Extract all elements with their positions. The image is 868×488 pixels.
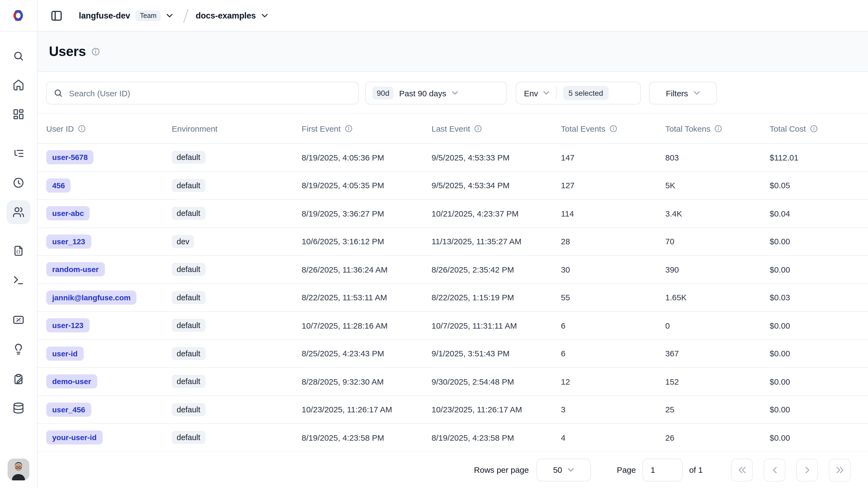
sidebar-item-search[interactable]: [6, 44, 30, 68]
user-id-badge[interactable]: user-123: [46, 319, 89, 333]
environment-badge: default: [172, 319, 205, 332]
environment-cell: default: [172, 207, 302, 220]
total-pages-label: of 1: [689, 465, 703, 475]
evaluation-percent-icon: [12, 314, 25, 326]
chevron-down-icon: [568, 468, 574, 472]
previous-page-button[interactable]: [764, 458, 785, 481]
table-row[interactable]: user-5678 default 8/19/2025, 4:05:36 PM …: [37, 144, 868, 172]
total-events-cell: 114: [561, 209, 665, 218]
page-title: Users: [49, 44, 86, 59]
table-row[interactable]: random-user default 8/26/2025, 11:36:24 …: [37, 256, 868, 284]
environment-badge: default: [172, 207, 205, 220]
total-cost-cell: $0.00: [770, 377, 868, 386]
environment-filter-button[interactable]: Env 5 selected: [516, 82, 641, 105]
user-id-badge[interactable]: demo-user: [46, 375, 97, 389]
sidebar-item-users[interactable]: [6, 200, 30, 224]
sidebar-toggle-button[interactable]: [50, 9, 63, 22]
first-page-button[interactable]: [731, 458, 753, 481]
search-input[interactable]: [68, 88, 352, 98]
chevron-down-icon: [261, 13, 268, 18]
page-title-info-icon[interactable]: [91, 47, 100, 56]
user-id-badge[interactable]: user-5678: [46, 150, 94, 165]
pagination-bar: Rows per page 50 Page of 1: [37, 452, 868, 488]
user-avatar[interactable]: [8, 459, 29, 480]
sidebar-item-evaluation[interactable]: [6, 308, 30, 332]
column-header-environment: Environment: [172, 124, 302, 133]
search-icon: [12, 50, 25, 62]
svg-text:{}: {}: [16, 250, 21, 254]
tracing-icon: [12, 147, 25, 160]
environment-badge: dev: [172, 235, 194, 248]
search-box[interactable]: [46, 82, 359, 105]
total-tokens-cell: 0: [665, 321, 770, 330]
org-switcher-button[interactable]: [165, 12, 174, 19]
total-cost-cell: $0.04: [770, 209, 868, 218]
last-page-button[interactable]: [829, 458, 850, 481]
sidebar-item-tracing[interactable]: [6, 141, 30, 165]
table-row[interactable]: user-id default 8/25/2025, 4:23:43 PM 9/…: [37, 340, 868, 368]
table-row[interactable]: 456 default 8/19/2025, 4:05:35 PM 9/5/20…: [37, 172, 868, 200]
column-header-total_cost: Total Cost: [770, 124, 868, 133]
pagination-nav: [731, 458, 850, 481]
table-row[interactable]: your-user-id default 8/19/2025, 4:23:58 …: [37, 424, 868, 452]
table-row[interactable]: demo-user default 8/28/2025, 9:32:30 AM …: [37, 368, 868, 396]
table-row[interactable]: user-123 default 10/7/2025, 11:28:16 AM …: [37, 312, 868, 340]
column-label: Total Events: [561, 124, 605, 133]
next-page-button[interactable]: [796, 458, 818, 481]
user-id-badge[interactable]: 456: [46, 178, 71, 193]
sidebar-item-datasets[interactable]: [6, 396, 30, 420]
column-label: First Event: [302, 124, 341, 133]
project-switcher-button[interactable]: [260, 12, 269, 19]
user-id-badge[interactable]: user_123: [46, 234, 91, 249]
column-info-icon[interactable]: [78, 124, 86, 133]
page-number-input[interactable]: [643, 458, 683, 481]
user-id-cell: jannik@langfuse.com: [46, 290, 172, 305]
total-tokens-cell: 390: [665, 265, 770, 274]
table-row[interactable]: user_456 default 10/23/2025, 11:26:17 AM…: [37, 396, 868, 424]
sidebar-item-sessions[interactable]: [6, 171, 30, 195]
dashboard-icon: [12, 108, 25, 120]
table-row[interactable]: user_123 dev 10/6/2025, 3:16:12 PM 11/13…: [37, 228, 868, 256]
column-info-icon[interactable]: [714, 124, 722, 133]
filters-button[interactable]: Filters: [649, 82, 717, 105]
date-range-button[interactable]: 90d Past 90 days: [365, 82, 507, 105]
sidebar-item-annotation[interactable]: [6, 367, 30, 391]
first-event-cell: 8/19/2025, 4:05:36 PM: [302, 153, 432, 162]
sidebar-item-dashboards[interactable]: [6, 102, 30, 126]
column-info-icon[interactable]: [344, 124, 352, 133]
sidebar-item-prompts[interactable]: {}: [6, 239, 30, 263]
user-id-badge[interactable]: user-abc: [46, 206, 90, 221]
org-name[interactable]: langfuse-dev: [79, 10, 130, 20]
total-tokens-cell: 367: [665, 349, 770, 358]
table-row[interactable]: user-abc default 8/19/2025, 3:36:27 PM 1…: [37, 200, 868, 228]
total-events-cell: 127: [561, 181, 665, 190]
sidebar-item-playground[interactable]: [6, 268, 30, 292]
user-id-badge[interactable]: random-user: [46, 262, 105, 277]
last-event-cell: 11/13/2025, 11:35:27 AM: [432, 237, 561, 246]
environment-cell: default: [172, 151, 302, 164]
user-id-badge[interactable]: your-user-id: [46, 431, 102, 445]
sidebar-item-home[interactable]: [6, 73, 30, 97]
column-info-icon[interactable]: [474, 124, 482, 133]
total-cost-cell: $0.05: [770, 181, 868, 190]
sidebar-item-insights[interactable]: [6, 337, 30, 361]
rows-per-page-select[interactable]: 50: [536, 458, 591, 481]
column-info-icon[interactable]: [810, 124, 818, 133]
user-id-badge[interactable]: jannik@langfuse.com: [46, 290, 137, 305]
env-selected-badge: 5 selected: [563, 86, 609, 100]
breadcrumb: langfuse-dev Team docs-examples: [79, 8, 269, 23]
column-header-total_tokens: Total Tokens: [665, 124, 770, 133]
user-id-badge[interactable]: user-id: [46, 347, 84, 361]
column-info-icon[interactable]: [609, 124, 617, 133]
first-event-cell: 8/19/2025, 4:23:58 PM: [302, 433, 432, 442]
total-tokens-cell: 152: [665, 377, 770, 386]
total-tokens-cell: 26: [665, 433, 770, 442]
main-content: Users 90d Past 90 days Env 5 selected Fi…: [37, 32, 868, 488]
column-label: User ID: [46, 124, 74, 133]
table-row[interactable]: jannik@langfuse.com default 8/22/2025, 1…: [37, 284, 868, 312]
total-cost-cell: $0.03: [770, 293, 868, 302]
last-event-cell: 9/30/2025, 2:54:48 PM: [432, 377, 561, 386]
user-id-badge[interactable]: user_456: [46, 403, 91, 417]
last-event-cell: 9/1/2025, 3:51:43 PM: [432, 349, 561, 358]
project-name[interactable]: docs-examples: [196, 10, 256, 20]
